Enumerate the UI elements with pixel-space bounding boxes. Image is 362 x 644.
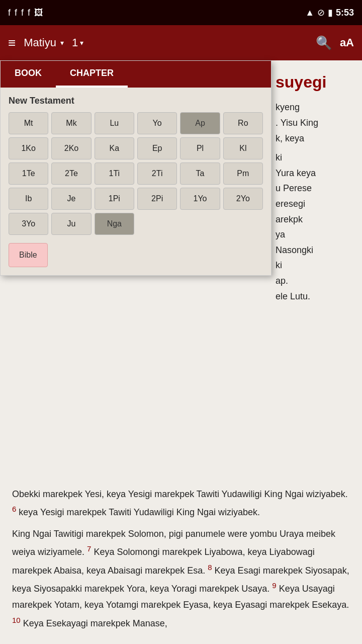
- book-empty-1: [137, 213, 177, 235]
- battery-icon: ▮: [328, 7, 333, 18]
- book-ro[interactable]: Ro: [223, 112, 263, 134]
- chapter-number: 1: [72, 36, 78, 49]
- book-yo[interactable]: Yo: [137, 112, 177, 134]
- bible-button[interactable]: Bible: [9, 243, 48, 267]
- popup-tab-bar: BOOK CHAPTER: [1, 61, 271, 88]
- popup-content: New Testament Mt Mk Lu Yo Ap Ro 1Ko 2Ko …: [1, 88, 271, 275]
- chapter-title-partial: suyegi: [276, 73, 326, 91]
- book-chapter-popup: BOOK CHAPTER New Testament Mt Mk Lu Yo A…: [0, 60, 272, 276]
- section-title: New Testament: [9, 96, 263, 106]
- book-2te[interactable]: 2Te: [51, 163, 91, 185]
- chapter-selector[interactable]: 1 ▾: [72, 36, 83, 49]
- hamburger-button[interactable]: ≡: [8, 35, 16, 51]
- image-icon: 🖼: [34, 8, 43, 18]
- book-1te[interactable]: 1Te: [9, 163, 48, 185]
- book-3yo[interactable]: 3Yo: [9, 213, 48, 235]
- status-right-icons: ▲ ⊘ ▮ 5:53: [305, 7, 354, 18]
- verse-10-num: 10: [12, 616, 21, 624]
- background-text: kyeng . Yisu King k, keya ki Yura keya u…: [276, 100, 354, 304]
- clock: 5:53: [336, 8, 354, 18]
- book-mt[interactable]: Mt: [9, 112, 48, 134]
- verse-10-text: Keya Esekayagi marekpek Manase,: [23, 618, 167, 628]
- book-kl[interactable]: Kl: [223, 137, 263, 159]
- book-nga[interactable]: Nga: [95, 213, 134, 235]
- main-content: Obekki marekpek Yesi, keya Yesigi marekp…: [0, 478, 362, 639]
- verse-7-num: 7: [87, 544, 91, 553]
- book-2ko[interactable]: 2Ko: [51, 137, 91, 159]
- book-empty-3: [223, 213, 263, 235]
- top-nav: ≡ Matiyu ▾ 1 ▾ 🔍 aA: [0, 25, 362, 60]
- book-pl[interactable]: Pl: [180, 137, 220, 159]
- tab-chapter[interactable]: CHAPTER: [56, 61, 128, 88]
- book-lu[interactable]: Lu: [95, 112, 134, 134]
- book-selector[interactable]: Matiyu ▾: [24, 36, 64, 49]
- book-1ko[interactable]: 1Ko: [9, 137, 48, 159]
- book-empty-2: [180, 213, 220, 235]
- book-ep[interactable]: Ep: [137, 137, 177, 159]
- book-2pi[interactable]: 2Pi: [137, 188, 177, 210]
- status-left-icons: f f f f 🖼: [8, 8, 43, 18]
- content-behind: suyegi kyeng . Yisu King k, keya ki Yura…: [272, 60, 362, 312]
- fb-icon-3: f: [21, 8, 24, 18]
- book-je[interactable]: Je: [51, 188, 91, 210]
- book-1yo[interactable]: 1Yo: [180, 188, 220, 210]
- book-ta[interactable]: Ta: [180, 163, 220, 185]
- book-1ti[interactable]: 1Ti: [95, 163, 134, 185]
- verse-8-num: 8: [208, 563, 212, 572]
- verse-6-text: keya Yesigi marekpek Tawiti Yudawiligi K…: [19, 507, 260, 517]
- fb-icon-4: f: [28, 8, 30, 18]
- verse-6-num: 6: [12, 505, 16, 513]
- verse-9-num: 9: [272, 581, 276, 590]
- chapter-dropdown-arrow: ▾: [80, 39, 83, 47]
- book-dropdown-arrow: ▾: [60, 39, 64, 47]
- book-ib[interactable]: Ib: [9, 188, 48, 210]
- book-ap[interactable]: Ap: [180, 112, 220, 134]
- book-ka[interactable]: Ka: [95, 137, 134, 159]
- book-mk[interactable]: Mk: [51, 112, 91, 134]
- book-grid: Mt Mk Lu Yo Ap Ro 1Ko 2Ko Ka Ep Pl Kl 1T…: [9, 112, 263, 235]
- book-title: Matiyu: [24, 36, 56, 49]
- book-2yo[interactable]: 2Yo: [223, 188, 263, 210]
- book-2ti[interactable]: 2Ti: [137, 163, 177, 185]
- search-button[interactable]: 🔍: [316, 35, 332, 51]
- book-ju[interactable]: Ju: [51, 213, 91, 235]
- book-1pi[interactable]: 1Pi: [95, 188, 134, 210]
- status-bar: f f f f 🖼 ▲ ⊘ ▮ 5:53: [0, 0, 362, 25]
- book-pm[interactable]: Pm: [223, 163, 263, 185]
- font-size-button[interactable]: aA: [340, 36, 354, 49]
- fb-icon-1: f: [8, 8, 11, 18]
- signal-icon: ⊘: [317, 7, 325, 18]
- wifi-icon: ▲: [305, 8, 314, 18]
- verse-5-text: Obekki marekpek Yesi, keya Yesigi marekp…: [12, 489, 348, 499]
- tab-book[interactable]: BOOK: [1, 61, 56, 88]
- fb-icon-2: f: [15, 8, 17, 18]
